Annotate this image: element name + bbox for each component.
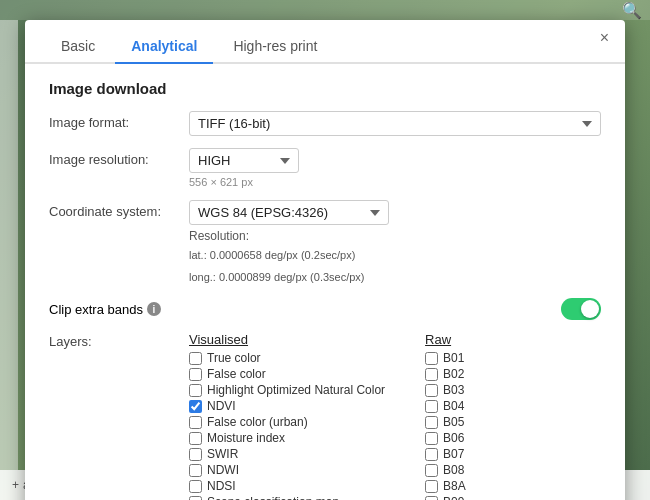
coordinate-system-label: Coordinate system: — [49, 200, 189, 219]
ndsi-checkbox[interactable] — [189, 480, 202, 493]
b07-label: B07 — [443, 447, 464, 461]
coordinate-system-row: Coordinate system: WGS 84 (EPSG:4326) Re… — [49, 200, 601, 286]
section-title: Image download — [49, 80, 601, 97]
list-item: Scene classification map — [189, 495, 385, 500]
true-color-checkbox[interactable] — [189, 352, 202, 365]
resolution-long: long.: 0.0000899 deg/px (0.3sec/px) — [189, 269, 601, 287]
b04-label: B04 — [443, 399, 464, 413]
modal-dialog: × Basic Analytical High-res print Image … — [25, 20, 625, 500]
list-item: B8A — [425, 479, 466, 493]
scene-classification-checkbox[interactable] — [189, 496, 202, 500]
ndvi-label: NDVI — [207, 399, 236, 413]
ndwi-checkbox[interactable] — [189, 464, 202, 477]
swir-checkbox[interactable] — [189, 448, 202, 461]
layers-content: Visualised True color False color Highli… — [189, 332, 601, 500]
b04-checkbox[interactable] — [425, 400, 438, 413]
image-format-control: TIFF (16-bit) — [189, 111, 601, 136]
b07-checkbox[interactable] — [425, 448, 438, 461]
swir-label: SWIR — [207, 447, 238, 461]
b8a-checkbox[interactable] — [425, 480, 438, 493]
image-format-select[interactable]: TIFF (16-bit) — [189, 111, 601, 136]
toggle-area — [189, 298, 601, 320]
clip-extra-bands-toggle[interactable] — [561, 298, 601, 320]
image-resolution-control: HIGH 556 × 621 px — [189, 148, 601, 188]
list-item: B01 — [425, 351, 466, 365]
layers-row: Layers: Visualised True color False colo… — [49, 332, 601, 500]
moisture-index-label: Moisture index — [207, 431, 285, 445]
tab-highres[interactable]: High-res print — [217, 30, 333, 62]
list-item: False color — [189, 367, 385, 381]
list-item: True color — [189, 351, 385, 365]
visualised-column: Visualised True color False color Highli… — [189, 332, 385, 500]
coord-select-wrap: WGS 84 (EPSG:4326) — [189, 200, 601, 225]
clip-extra-bands-row: Clip extra bands i — [49, 298, 601, 320]
tab-bar: Basic Analytical High-res print — [25, 20, 625, 64]
b06-label: B06 — [443, 431, 464, 445]
b09-checkbox[interactable] — [425, 496, 438, 500]
coordinate-system-control: WGS 84 (EPSG:4326) Resolution: lat.: 0.0… — [189, 200, 601, 286]
raw-title: Raw — [425, 332, 466, 347]
b05-checkbox[interactable] — [425, 416, 438, 429]
list-item: B08 — [425, 463, 466, 477]
list-item: False color (urban) — [189, 415, 385, 429]
image-resolution-row: Image resolution: HIGH 556 × 621 px — [49, 148, 601, 188]
image-format-label: Image format: — [49, 111, 189, 130]
resolution-px: 556 × 621 px — [189, 176, 601, 188]
list-item: Moisture index — [189, 431, 385, 445]
image-format-row: Image format: TIFF (16-bit) — [49, 111, 601, 136]
b05-label: B05 — [443, 415, 464, 429]
false-color-checkbox[interactable] — [189, 368, 202, 381]
false-color-urban-checkbox[interactable] — [189, 416, 202, 429]
false-color-label: False color — [207, 367, 266, 381]
b08-checkbox[interactable] — [425, 464, 438, 477]
b01-label: B01 — [443, 351, 464, 365]
b01-checkbox[interactable] — [425, 352, 438, 365]
moisture-index-checkbox[interactable] — [189, 432, 202, 445]
tab-basic[interactable]: Basic — [45, 30, 111, 62]
b09-label: B09 — [443, 495, 464, 500]
b06-checkbox[interactable] — [425, 432, 438, 445]
image-resolution-select[interactable]: HIGH — [189, 148, 299, 173]
scene-classification-label: Scene classification map — [207, 495, 339, 500]
resolution-lat: lat.: 0.0000658 deg/px (0.2sec/px) — [189, 247, 601, 265]
list-item: B07 — [425, 447, 466, 461]
raw-column: Raw B01 B02 B03 — [425, 332, 466, 500]
modal-body: Image download Image format: TIFF (16-bi… — [25, 64, 625, 500]
ndwi-label: NDWI — [207, 463, 239, 477]
list-item: NDVI — [189, 399, 385, 413]
list-item: B02 — [425, 367, 466, 381]
list-item: B06 — [425, 431, 466, 445]
ndvi-checkbox[interactable] — [189, 400, 202, 413]
list-item: B04 — [425, 399, 466, 413]
ndsi-label: NDSI — [207, 479, 236, 493]
highlight-checkbox[interactable] — [189, 384, 202, 397]
b02-checkbox[interactable] — [425, 368, 438, 381]
b03-checkbox[interactable] — [425, 384, 438, 397]
list-item: NDSI — [189, 479, 385, 493]
highlight-label: Highlight Optimized Natural Color — [207, 383, 385, 397]
b08-label: B08 — [443, 463, 464, 477]
visualised-title: Visualised — [189, 332, 385, 347]
resolution-label: Resolution: — [189, 229, 601, 243]
b02-label: B02 — [443, 367, 464, 381]
false-color-urban-label: False color (urban) — [207, 415, 308, 429]
b8a-label: B8A — [443, 479, 466, 493]
tab-analytical[interactable]: Analytical — [115, 30, 213, 62]
list-item: B03 — [425, 383, 466, 397]
b03-label: B03 — [443, 383, 464, 397]
info-icon[interactable]: i — [147, 302, 161, 316]
list-item: B05 — [425, 415, 466, 429]
close-button[interactable]: × — [594, 28, 615, 48]
list-item: SWIR — [189, 447, 385, 461]
list-item: B09 — [425, 495, 466, 500]
layers-label: Layers: — [49, 332, 189, 349]
list-item: Highlight Optimized Natural Color — [189, 383, 385, 397]
clip-extra-bands-label: Clip extra bands — [49, 302, 143, 317]
coordinate-system-select[interactable]: WGS 84 (EPSG:4326) — [189, 200, 389, 225]
image-resolution-label: Image resolution: — [49, 148, 189, 167]
modal-overlay: × Basic Analytical High-res print Image … — [0, 0, 650, 500]
list-item: NDWI — [189, 463, 385, 477]
clip-extra-bands-label-area: Clip extra bands i — [49, 302, 189, 317]
true-color-label: True color — [207, 351, 261, 365]
